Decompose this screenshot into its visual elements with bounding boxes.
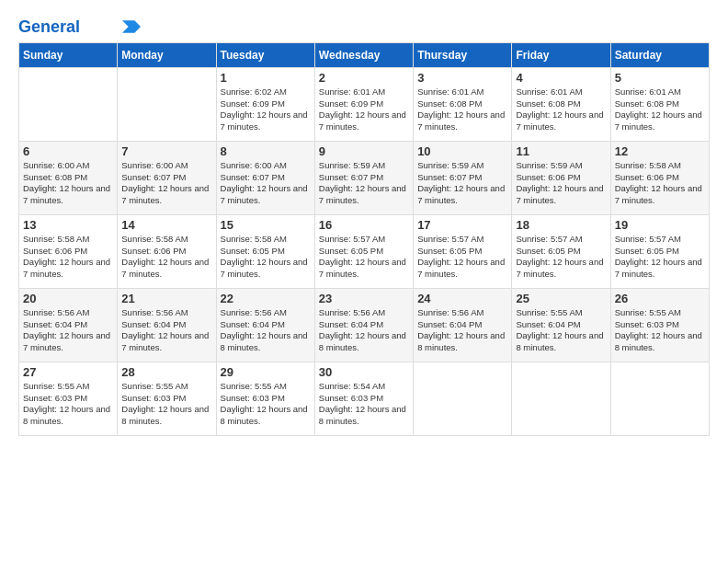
day-number: 10 bbox=[417, 144, 507, 158]
weekday-header: Thursday bbox=[414, 42, 512, 67]
day-number: 16 bbox=[319, 218, 409, 232]
day-number: 14 bbox=[121, 218, 211, 232]
calendar-cell: 13Sunrise: 5:58 AM Sunset: 6:06 PM Dayli… bbox=[19, 214, 118, 288]
day-info: Sunrise: 6:01 AM Sunset: 6:08 PM Dayligh… bbox=[417, 86, 507, 133]
calendar-cell: 5Sunrise: 6:01 AM Sunset: 6:08 PM Daylig… bbox=[610, 67, 709, 141]
calendar-cell: 1Sunrise: 6:02 AM Sunset: 6:09 PM Daylig… bbox=[216, 67, 314, 141]
day-info: Sunrise: 6:01 AM Sunset: 6:08 PM Dayligh… bbox=[615, 86, 705, 133]
svg-marker-0 bbox=[122, 20, 141, 32]
calendar-week-row: 13Sunrise: 5:58 AM Sunset: 6:06 PM Dayli… bbox=[19, 214, 710, 288]
day-info: Sunrise: 5:56 AM Sunset: 6:04 PM Dayligh… bbox=[221, 307, 311, 354]
calendar-week-row: 6Sunrise: 6:00 AM Sunset: 6:08 PM Daylig… bbox=[19, 141, 710, 214]
calendar-cell: 6Sunrise: 6:00 AM Sunset: 6:08 PM Daylig… bbox=[19, 141, 118, 214]
day-number: 5 bbox=[615, 71, 705, 85]
day-number: 23 bbox=[319, 292, 409, 305]
calendar-cell: 14Sunrise: 5:58 AM Sunset: 6:06 PM Dayli… bbox=[118, 214, 216, 288]
calendar-cell: 8Sunrise: 6:00 AM Sunset: 6:07 PM Daylig… bbox=[216, 141, 314, 214]
calendar-cell: 21Sunrise: 5:56 AM Sunset: 6:04 PM Dayli… bbox=[118, 288, 216, 362]
calendar-cell bbox=[19, 67, 118, 141]
logo-icon bbox=[122, 20, 141, 33]
day-number: 19 bbox=[615, 218, 705, 232]
calendar-cell: 26Sunrise: 5:55 AM Sunset: 6:03 PM Dayli… bbox=[610, 288, 709, 362]
day-info: Sunrise: 5:59 AM Sunset: 6:07 PM Dayligh… bbox=[417, 160, 507, 207]
calendar-cell: 4Sunrise: 6:01 AM Sunset: 6:08 PM Daylig… bbox=[512, 67, 610, 141]
day-info: Sunrise: 5:55 AM Sunset: 6:03 PM Dayligh… bbox=[221, 381, 311, 428]
calendar-cell: 15Sunrise: 5:58 AM Sunset: 6:05 PM Dayli… bbox=[216, 214, 314, 288]
day-number: 8 bbox=[221, 144, 311, 158]
weekday-header: Sunday bbox=[19, 42, 118, 67]
day-info: Sunrise: 5:58 AM Sunset: 6:05 PM Dayligh… bbox=[221, 234, 311, 281]
day-number: 30 bbox=[319, 365, 409, 379]
day-info: Sunrise: 5:56 AM Sunset: 6:04 PM Dayligh… bbox=[23, 307, 113, 354]
calendar-cell bbox=[118, 67, 216, 141]
day-number: 28 bbox=[121, 365, 211, 379]
day-info: Sunrise: 5:56 AM Sunset: 6:04 PM Dayligh… bbox=[417, 307, 507, 354]
calendar-cell: 10Sunrise: 5:59 AM Sunset: 6:07 PM Dayli… bbox=[414, 141, 512, 214]
calendar-cell: 9Sunrise: 5:59 AM Sunset: 6:07 PM Daylig… bbox=[314, 141, 413, 214]
day-number: 11 bbox=[516, 144, 606, 158]
day-info: Sunrise: 5:55 AM Sunset: 6:03 PM Dayligh… bbox=[615, 307, 705, 354]
calendar-cell: 22Sunrise: 5:56 AM Sunset: 6:04 PM Dayli… bbox=[216, 288, 314, 362]
calendar-cell: 2Sunrise: 6:01 AM Sunset: 6:09 PM Daylig… bbox=[314, 67, 413, 141]
day-number: 24 bbox=[417, 292, 507, 305]
day-number: 21 bbox=[121, 292, 211, 305]
calendar-week-row: 20Sunrise: 5:56 AM Sunset: 6:04 PM Dayli… bbox=[19, 288, 710, 362]
day-info: Sunrise: 6:00 AM Sunset: 6:07 PM Dayligh… bbox=[221, 160, 311, 207]
calendar-cell: 27Sunrise: 5:55 AM Sunset: 6:03 PM Dayli… bbox=[19, 362, 118, 435]
calendar-cell: 3Sunrise: 6:01 AM Sunset: 6:08 PM Daylig… bbox=[414, 67, 512, 141]
calendar-cell bbox=[610, 362, 709, 435]
calendar-cell: 25Sunrise: 5:55 AM Sunset: 6:04 PM Dayli… bbox=[512, 288, 610, 362]
calendar-cell bbox=[512, 362, 610, 435]
calendar-cell: 28Sunrise: 5:55 AM Sunset: 6:03 PM Dayli… bbox=[118, 362, 216, 435]
day-number: 3 bbox=[417, 71, 507, 85]
day-number: 6 bbox=[23, 144, 113, 158]
calendar-cell: 12Sunrise: 5:58 AM Sunset: 6:06 PM Dayli… bbox=[610, 141, 709, 214]
day-info: Sunrise: 6:00 AM Sunset: 6:08 PM Dayligh… bbox=[23, 160, 113, 207]
day-number: 27 bbox=[23, 365, 113, 379]
day-info: Sunrise: 5:59 AM Sunset: 6:07 PM Dayligh… bbox=[319, 160, 409, 207]
day-info: Sunrise: 5:55 AM Sunset: 6:04 PM Dayligh… bbox=[516, 307, 606, 354]
weekday-header: Wednesday bbox=[314, 42, 413, 67]
day-number: 25 bbox=[516, 292, 606, 305]
logo-text: General bbox=[18, 18, 80, 37]
calendar-week-row: 27Sunrise: 5:55 AM Sunset: 6:03 PM Dayli… bbox=[19, 362, 710, 435]
day-number: 12 bbox=[615, 144, 705, 158]
day-info: Sunrise: 5:54 AM Sunset: 6:03 PM Dayligh… bbox=[319, 381, 409, 428]
calendar-week-row: 1Sunrise: 6:02 AM Sunset: 6:09 PM Daylig… bbox=[19, 67, 710, 141]
day-number: 26 bbox=[615, 292, 705, 305]
day-info: Sunrise: 6:01 AM Sunset: 6:09 PM Dayligh… bbox=[319, 86, 409, 133]
day-info: Sunrise: 5:56 AM Sunset: 6:04 PM Dayligh… bbox=[319, 307, 409, 354]
day-number: 1 bbox=[221, 71, 311, 85]
day-info: Sunrise: 5:55 AM Sunset: 6:03 PM Dayligh… bbox=[23, 381, 113, 428]
calendar-cell: 19Sunrise: 5:57 AM Sunset: 6:05 PM Dayli… bbox=[610, 214, 709, 288]
calendar-cell: 20Sunrise: 5:56 AM Sunset: 6:04 PM Dayli… bbox=[19, 288, 118, 362]
calendar-cell: 7Sunrise: 6:00 AM Sunset: 6:07 PM Daylig… bbox=[118, 141, 216, 214]
calendar-header-row: SundayMondayTuesdayWednesdayThursdayFrid… bbox=[19, 42, 710, 67]
page-header: General bbox=[18, 18, 710, 37]
day-number: 7 bbox=[121, 144, 211, 158]
calendar-table: SundayMondayTuesdayWednesdayThursdayFrid… bbox=[18, 42, 710, 436]
calendar-cell: 30Sunrise: 5:54 AM Sunset: 6:03 PM Dayli… bbox=[314, 362, 413, 435]
day-info: Sunrise: 5:57 AM Sunset: 6:05 PM Dayligh… bbox=[516, 234, 606, 281]
calendar-cell: 11Sunrise: 5:59 AM Sunset: 6:06 PM Dayli… bbox=[512, 141, 610, 214]
day-number: 29 bbox=[221, 365, 311, 379]
day-info: Sunrise: 5:58 AM Sunset: 6:06 PM Dayligh… bbox=[121, 234, 211, 281]
day-info: Sunrise: 6:02 AM Sunset: 6:09 PM Dayligh… bbox=[221, 86, 311, 133]
day-number: 17 bbox=[417, 218, 507, 232]
day-number: 2 bbox=[319, 71, 409, 85]
calendar-cell bbox=[414, 362, 512, 435]
day-number: 18 bbox=[516, 218, 606, 232]
calendar-cell: 29Sunrise: 5:55 AM Sunset: 6:03 PM Dayli… bbox=[216, 362, 314, 435]
calendar-cell: 24Sunrise: 5:56 AM Sunset: 6:04 PM Dayli… bbox=[414, 288, 512, 362]
logo: General bbox=[18, 18, 141, 37]
day-number: 9 bbox=[319, 144, 409, 158]
day-number: 4 bbox=[516, 71, 606, 85]
weekday-header: Saturday bbox=[610, 42, 709, 67]
weekday-header: Monday bbox=[118, 42, 216, 67]
calendar-cell: 17Sunrise: 5:57 AM Sunset: 6:05 PM Dayli… bbox=[414, 214, 512, 288]
day-info: Sunrise: 6:01 AM Sunset: 6:08 PM Dayligh… bbox=[516, 86, 606, 133]
day-info: Sunrise: 5:55 AM Sunset: 6:03 PM Dayligh… bbox=[121, 381, 211, 428]
day-info: Sunrise: 5:59 AM Sunset: 6:06 PM Dayligh… bbox=[516, 160, 606, 207]
day-number: 20 bbox=[23, 292, 113, 305]
day-number: 15 bbox=[221, 218, 311, 232]
